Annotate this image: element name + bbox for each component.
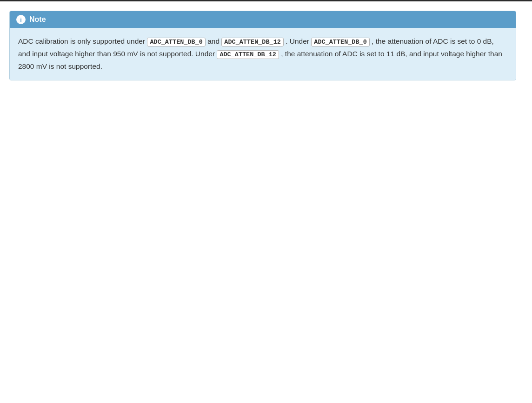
code-atten-db-0-first: ADC_ATTEN_DB_0 bbox=[147, 38, 205, 46]
note-icon: i bbox=[16, 15, 26, 24]
page-wrapper: i Note ADC calibration is only supported… bbox=[0, 0, 532, 403]
note-content: ADC calibration is only supported under … bbox=[18, 35, 507, 73]
code-atten-db-0-second: ADC_ATTEN_DB_0 bbox=[311, 38, 369, 46]
code-atten-db-12-second: ADC_ATTEN_DB_12 bbox=[217, 50, 279, 59]
note-body: ADC calibration is only supported under … bbox=[10, 28, 516, 80]
code-atten-db-12-first: ADC_ATTEN_DB_12 bbox=[221, 38, 284, 46]
note-box: i Note ADC calibration is only supported… bbox=[9, 11, 516, 80]
note-header: i Note bbox=[10, 11, 516, 28]
note-title: Note bbox=[29, 15, 46, 24]
